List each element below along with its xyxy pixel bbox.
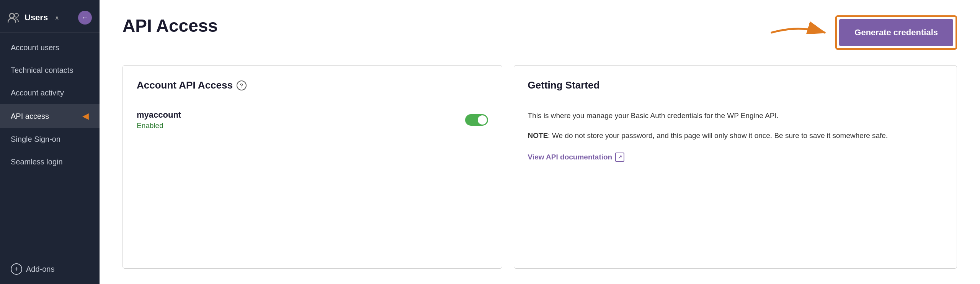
external-link-icon: ↗ bbox=[615, 153, 624, 162]
svg-point-0 bbox=[10, 13, 14, 18]
users-icon bbox=[8, 12, 20, 23]
generate-credentials-button[interactable]: Generate credentials bbox=[839, 19, 953, 46]
arrow-annotation bbox=[768, 21, 829, 44]
account-name: myaccount bbox=[137, 110, 181, 120]
sidebar-header: Users ∧ ← bbox=[0, 0, 100, 33]
sidebar-title-row: Users ∧ bbox=[8, 12, 59, 23]
sidebar-nav: Account users Technical contacts Account… bbox=[0, 33, 100, 177]
note-text: : We do not store your password, and thi… bbox=[548, 131, 888, 140]
sidebar-item-api-access[interactable]: API access ◀ bbox=[0, 104, 100, 128]
getting-started-title: Getting Started bbox=[528, 79, 943, 91]
account-info: myaccount Enabled bbox=[137, 110, 181, 130]
help-icon[interactable]: ? bbox=[237, 80, 247, 90]
sidebar-item-account-users[interactable]: Account users bbox=[0, 36, 100, 59]
account-status: Enabled bbox=[137, 121, 181, 130]
view-api-docs-link[interactable]: View API documentation ↗ bbox=[528, 153, 625, 162]
back-arrow-icon: ← bbox=[82, 14, 88, 22]
note-label: NOTE bbox=[528, 131, 548, 140]
back-button[interactable]: ← bbox=[78, 11, 92, 25]
cards-row: Account API Access ? myaccount Enabled G… bbox=[122, 65, 957, 269]
main-content: API Access Generate credentials bbox=[100, 0, 980, 284]
main-header: API Access Generate credentials bbox=[122, 15, 957, 50]
api-access-card-title: Account API Access ? bbox=[137, 79, 488, 91]
getting-started-paragraph: This is where you manage your Basic Auth… bbox=[528, 110, 943, 121]
arrow-icon bbox=[768, 21, 829, 44]
addons-link[interactable]: + Add-ons bbox=[11, 263, 89, 275]
getting-started-card: Getting Started This is where you manage… bbox=[514, 65, 957, 269]
sidebar-item-account-activity[interactable]: Account activity bbox=[0, 82, 100, 104]
getting-started-note: NOTE: We do not store your password, and… bbox=[528, 130, 943, 141]
sidebar-item-single-sign-on[interactable]: Single Sign-on bbox=[0, 128, 100, 151]
active-arrow-icon: ◀ bbox=[82, 111, 89, 121]
account-row: myaccount Enabled bbox=[137, 110, 488, 130]
getting-started-divider bbox=[528, 99, 943, 99]
generate-credentials-wrap: Generate credentials bbox=[835, 15, 957, 50]
header-right: Generate credentials bbox=[768, 15, 957, 50]
plus-icon: + bbox=[11, 263, 22, 275]
sidebar-item-seamless-login[interactable]: Seamless login bbox=[0, 151, 100, 173]
sidebar-footer: + Add-ons bbox=[0, 254, 100, 284]
sidebar: Users ∧ ← Account users Technical contac… bbox=[0, 0, 100, 284]
svg-point-1 bbox=[15, 13, 18, 17]
chevron-up-icon: ∧ bbox=[55, 14, 59, 21]
sidebar-section-title: Users bbox=[24, 13, 48, 23]
api-access-toggle[interactable] bbox=[465, 114, 488, 126]
toggle-knob bbox=[478, 115, 487, 125]
sidebar-item-technical-contacts[interactable]: Technical contacts bbox=[0, 59, 100, 82]
card-divider bbox=[137, 99, 488, 99]
api-access-card: Account API Access ? myaccount Enabled bbox=[122, 65, 502, 269]
page-title: API Access bbox=[122, 15, 218, 36]
